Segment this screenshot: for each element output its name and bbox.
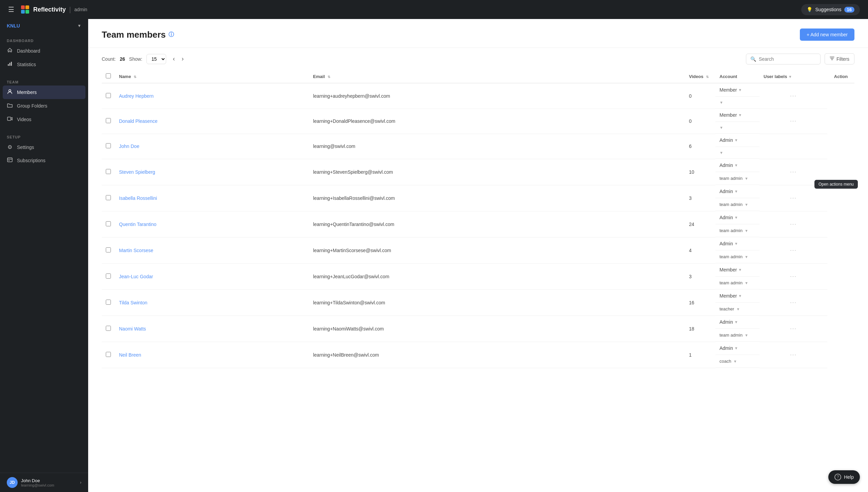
app-logo: Reflectivity (20, 4, 66, 15)
account-dropdown-icon[interactable]: ▼ (734, 189, 738, 193)
search-box: 🔍 (746, 54, 821, 64)
row-checkbox[interactable] (106, 195, 111, 200)
account-dropdown-icon[interactable]: ▼ (738, 88, 742, 92)
member-action: ··· (760, 289, 827, 316)
member-labels: coach▼ (715, 355, 760, 368)
sidebar-item-group-folders[interactable]: Group Folders (0, 99, 88, 113)
member-name-link[interactable]: Tilda Swinton (119, 300, 147, 305)
table-row: Steven Spielberglearning+StevenSpielberg… (102, 159, 854, 185)
member-name-link[interactable]: John Doe (119, 144, 139, 149)
label-dropdown-icon[interactable]: ▼ (745, 333, 748, 337)
member-name-link[interactable]: Martin Scorsese (119, 248, 153, 253)
member-labels: team admin▼ (715, 277, 760, 289)
label-dropdown-icon[interactable]: ▼ (719, 100, 723, 105)
row-checkbox[interactable] (106, 326, 111, 331)
member-labels: team admin▼ (715, 250, 760, 263)
section-label-dashboard: DASHBOARD (0, 35, 88, 44)
help-button[interactable]: ? Help (828, 470, 860, 484)
account-dropdown-icon[interactable]: ▼ (738, 294, 742, 298)
label-dropdown-icon[interactable]: ▼ (745, 229, 748, 233)
action-menu-button[interactable]: ··· (790, 352, 796, 358)
member-name-link[interactable]: Jean-Luc Godar (119, 274, 153, 279)
sidebar-item-videos[interactable]: Videos (0, 113, 88, 126)
action-menu-button[interactable]: ··· (790, 273, 796, 279)
row-checkbox[interactable] (106, 352, 111, 357)
svg-point-3 (9, 90, 11, 92)
row-checkbox[interactable] (106, 221, 111, 226)
action-menu-button[interactable]: ··· (790, 93, 796, 99)
action-menu-button[interactable]: ··· (790, 300, 796, 305)
label-dropdown-icon[interactable]: ▼ (745, 255, 748, 259)
account-dropdown-icon[interactable]: ▼ (738, 113, 742, 117)
org-selector[interactable]: KNLU ▼ (0, 19, 88, 33)
row-checkbox[interactable] (106, 169, 111, 174)
label-dropdown-icon[interactable]: ▼ (719, 151, 723, 155)
member-name-link[interactable]: Isabella Rossellini (119, 195, 157, 201)
filters-button[interactable]: Filters (825, 53, 854, 64)
members-icon (7, 89, 13, 96)
app-name: Reflectivity (33, 6, 66, 13)
member-name-link[interactable]: Quentin Tarantino (119, 222, 156, 227)
member-name-link[interactable]: Audrey Hepbern (119, 93, 154, 99)
label-text: teacher (719, 306, 734, 311)
label-dropdown-icon[interactable]: ▼ (745, 281, 748, 285)
member-email: learning+NeilBreen@swivl.com (309, 342, 685, 368)
label-dropdown-icon[interactable]: ▼ (719, 126, 723, 130)
account-dropdown-icon[interactable]: ▼ (738, 268, 742, 272)
member-name-link[interactable]: Naomi Watts (119, 326, 146, 332)
select-all-checkbox[interactable] (106, 73, 111, 78)
action-menu-button[interactable]: ··· (790, 195, 796, 201)
search-input[interactable] (759, 56, 816, 62)
account-dropdown-icon[interactable]: ▼ (734, 320, 738, 324)
videos-sort-icon[interactable]: ⇅ (706, 75, 709, 79)
sidebar-item-settings[interactable]: ⚙ Settings (0, 140, 88, 154)
label-dropdown-icon[interactable]: ▼ (736, 307, 740, 311)
info-icon[interactable]: ⓘ (169, 31, 174, 38)
account-dropdown-icon[interactable]: ▼ (734, 163, 738, 167)
table-row: Tilda Swintonlearning+TildaSwinton@swivl… (102, 289, 854, 316)
prev-page-button[interactable]: ‹ (170, 54, 178, 64)
hamburger-icon[interactable]: ☰ (8, 5, 14, 14)
member-name-link[interactable]: Donald Pleasence (119, 118, 158, 124)
row-checkbox[interactable] (106, 273, 111, 279)
email-sort-icon[interactable]: ⇅ (328, 75, 330, 79)
sidebar-item-subscriptions[interactable]: Subscriptions (0, 154, 88, 167)
next-page-button[interactable]: › (179, 54, 186, 64)
add-new-member-button[interactable]: + Add new member (800, 29, 854, 41)
member-action: ··· (760, 342, 827, 368)
member-action: ··· (760, 237, 827, 263)
label-dropdown-icon[interactable]: ▼ (745, 176, 748, 181)
member-labels: team admin▼ (715, 329, 760, 342)
action-menu-button[interactable]: ··· (790, 326, 796, 332)
row-checkbox[interactable] (106, 93, 111, 98)
sidebar-item-members[interactable]: Members (3, 86, 85, 99)
sidebar-item-statistics[interactable]: Statistics (0, 58, 88, 71)
action-menu-button[interactable]: ··· (790, 221, 796, 227)
row-checkbox[interactable] (106, 247, 111, 252)
row-checkbox[interactable] (106, 118, 111, 123)
label-dropdown-icon[interactable]: ▼ (745, 203, 748, 207)
action-menu-button[interactable]: ··· (790, 118, 796, 124)
account-dropdown-icon[interactable]: ▼ (734, 242, 738, 246)
sidebar-item-dashboard[interactable]: Dashboard (0, 44, 88, 58)
label-dropdown-icon[interactable]: ▼ (733, 359, 737, 363)
show-per-page-select[interactable]: 15 25 50 (146, 54, 166, 64)
member-name-link[interactable]: Steven Spielberg (119, 169, 155, 175)
member-name-link[interactable]: Neil Breen (119, 352, 141, 358)
row-checkbox[interactable] (106, 300, 111, 305)
group-folders-icon (7, 102, 13, 109)
account-dropdown-icon[interactable]: ▼ (734, 138, 738, 142)
action-menu-button[interactable]: ··· (790, 247, 796, 253)
labels-dropdown-icon[interactable]: ▼ (788, 75, 792, 79)
name-sort-icon[interactable]: ⇅ (134, 75, 136, 79)
suggestions-button[interactable]: 💡 Suggestions 16 (801, 4, 860, 15)
svg-rect-2 (11, 62, 12, 66)
row-checkbox[interactable] (106, 143, 111, 148)
member-email: learning+MartinScorsese@swivl.com (309, 237, 685, 263)
account-dropdown-icon[interactable]: ▼ (734, 346, 738, 350)
action-menu-button[interactable]: ··· (790, 169, 796, 175)
table-row: Audrey Hepbernlearning+audreyhepbern@swi… (102, 83, 854, 109)
user-profile-button[interactable]: JD John Doe learning@swivl.com › (0, 473, 88, 492)
account-dropdown-icon[interactable]: ▼ (734, 215, 738, 220)
member-account: Member▼ (715, 109, 760, 122)
